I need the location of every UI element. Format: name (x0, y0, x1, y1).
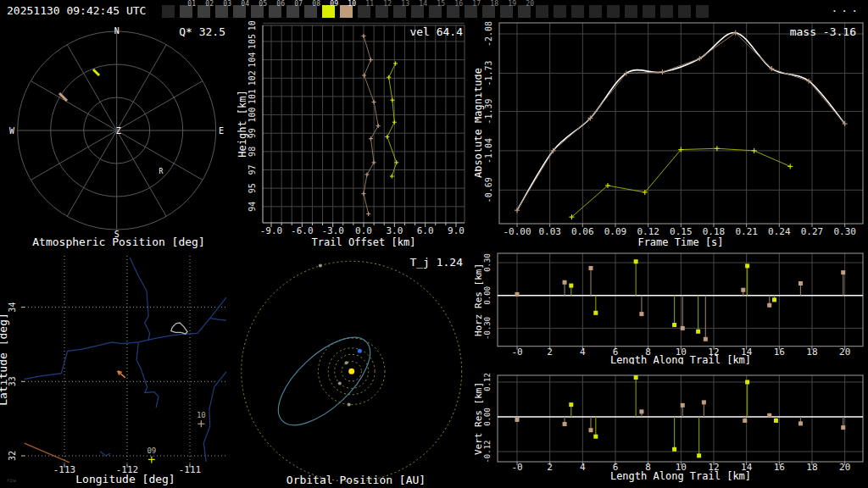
y-tick-label: -0.30 (483, 317, 492, 340)
y-tick-label: 102 (248, 70, 257, 86)
x-tick-label: 18 (806, 462, 817, 473)
frame-number-label: 19 (508, 0, 516, 8)
ground-track-line (25, 443, 70, 463)
meteoroid-orbit-ellipse (264, 323, 385, 440)
site10-residual-point (743, 419, 747, 423)
frame-square[interactable] (678, 5, 691, 18)
x-tick-label: -0 (511, 347, 522, 358)
y-tick-label: 106 (248, 20, 257, 30)
frame-thumbnail-11[interactable]: 11 (357, 0, 375, 20)
x-tick-label: 3.0 (386, 225, 403, 236)
y-axis-title: Absolute Magnitude (475, 68, 484, 178)
x-tick-label: 18 (806, 347, 817, 358)
y-tick-label: 101 (248, 89, 257, 104)
frame-square[interactable] (162, 5, 175, 18)
frame-thumbnail-blank[interactable] (659, 0, 677, 20)
frame-square[interactable] (554, 5, 566, 18)
frame-thumbnail-19[interactable]: 19 (499, 0, 517, 20)
frame-thumbnail-blank[interactable] (677, 0, 695, 20)
frame-thumbnail-06[interactable]: 06 (268, 0, 286, 20)
frame-thumbnail-17[interactable]: 17 (464, 0, 481, 20)
frame-thumbnail-07[interactable]: 07 (286, 0, 303, 20)
polar-spoke (31, 81, 116, 131)
frame-thumbnail-blank[interactable] (553, 0, 570, 20)
zenith-label: Z (116, 126, 121, 136)
frame-thumbnail-10[interactable]: 10 (339, 0, 357, 20)
x-tick-label: 4 (580, 347, 586, 358)
site10-residual-point (767, 413, 771, 418)
frame-square[interactable] (696, 5, 709, 18)
frame-thumbnail-16[interactable]: 16 (446, 0, 464, 20)
frame-square[interactable] (625, 5, 637, 18)
frame-thumbnail-blank[interactable] (624, 0, 642, 20)
compass-north-label: N (114, 26, 120, 36)
site10-residual-point (639, 409, 643, 413)
site09-residual-point (774, 419, 778, 423)
x-tick-label: 0.24 (768, 226, 791, 237)
frame-square[interactable] (589, 5, 602, 18)
x-tick-label: 16 (774, 347, 785, 358)
y-tick-label: 97 (248, 164, 257, 175)
frame-thumbnail-02[interactable]: 02 (197, 0, 214, 20)
frame-square[interactable] (536, 5, 548, 18)
frame-square[interactable] (643, 5, 655, 18)
frame-thumbnail-blank[interactable] (161, 0, 179, 20)
frame-number-label: 01 (187, 0, 196, 8)
y-tick-label: 98 (248, 147, 257, 157)
y-tick-label: -2.08 (484, 21, 493, 47)
compass-east-label: E (219, 126, 224, 136)
frame-thumbnail-blank[interactable] (535, 0, 553, 20)
frame-square[interactable] (607, 5, 620, 18)
site09-residual-point (634, 375, 638, 380)
x-tick-label: 20 (839, 462, 850, 473)
frame-thumbnail-13[interactable]: 13 (392, 0, 410, 20)
frame-number-label: 16 (454, 0, 463, 8)
site09-residual-point (745, 380, 749, 384)
frame-square[interactable] (660, 5, 673, 18)
frame-thumbnail-blank[interactable] (606, 0, 624, 20)
frame-square[interactable] (571, 5, 584, 18)
site09-residual-point (772, 297, 776, 302)
y-tick-label: 0.12 (483, 373, 492, 391)
frame-number-label: 17 (472, 0, 481, 8)
frame-thumbnail-12[interactable]: 12 (375, 0, 392, 20)
y-tick-label: 105 (248, 34, 257, 49)
site09-residual-point (569, 284, 573, 288)
velocity-stat: vel 64.4 (409, 25, 463, 38)
frame-thumbnail-04[interactable]: 04 (232, 0, 250, 20)
panel-absolute-magnitude: -0.000.030.060.090.120.150.180.210.240.2… (475, 20, 868, 251)
site09-residual-point (569, 402, 573, 407)
frame-thumbnail-18[interactable]: 18 (481, 0, 499, 20)
frame-thumbnail-03[interactable]: 03 (214, 0, 232, 20)
overflow-menu-button[interactable]: ... (832, 2, 861, 14)
y-tick-label: 99 (248, 128, 257, 138)
frame-number-label: 11 (365, 0, 374, 8)
x-tick-label: 9.0 (448, 225, 465, 236)
frame-thumbnail-14[interactable]: 14 (410, 0, 428, 20)
jupiter-marker (319, 264, 322, 268)
frame-thumbnail-blank[interactable] (588, 0, 606, 20)
map-waterway (80, 319, 226, 350)
frame-thumbnail-09[interactable]: 09 (321, 0, 339, 20)
site10-residual-point (741, 288, 745, 292)
site10-residual-point (515, 292, 520, 297)
y-axis-title: Vert Res [km] (475, 382, 484, 455)
polar-spoke (117, 81, 203, 131)
x-tick-label: 0.09 (604, 226, 627, 237)
frame-thumbnail-05[interactable]: 05 (250, 0, 268, 20)
frame-thumbnail-08[interactable]: 08 (303, 0, 321, 20)
site10-trail-line (364, 36, 378, 214)
x-tick-label: -9.0 (260, 225, 283, 236)
frame-thumbnail-15[interactable]: 15 (428, 0, 446, 20)
frame-thumbnail-blank[interactable] (642, 0, 659, 20)
frame-thumbnail-20[interactable]: 20 (517, 0, 535, 20)
polar-spoke (117, 45, 167, 130)
frame-thumbnail-01[interactable]: 01 (179, 0, 197, 20)
map-waterway (100, 452, 110, 456)
frame-thumbnail-blank[interactable] (570, 0, 588, 20)
frame-thumbnail-blank[interactable] (695, 0, 713, 20)
x-tick-label: 2 (547, 347, 553, 358)
x-tick-label: 0.0 (355, 225, 372, 236)
site-marker-label: 10 (197, 411, 206, 419)
panel-trail-offset: -9.0-6.0-3.00.03.06.09.09495979899100101… (237, 20, 475, 251)
